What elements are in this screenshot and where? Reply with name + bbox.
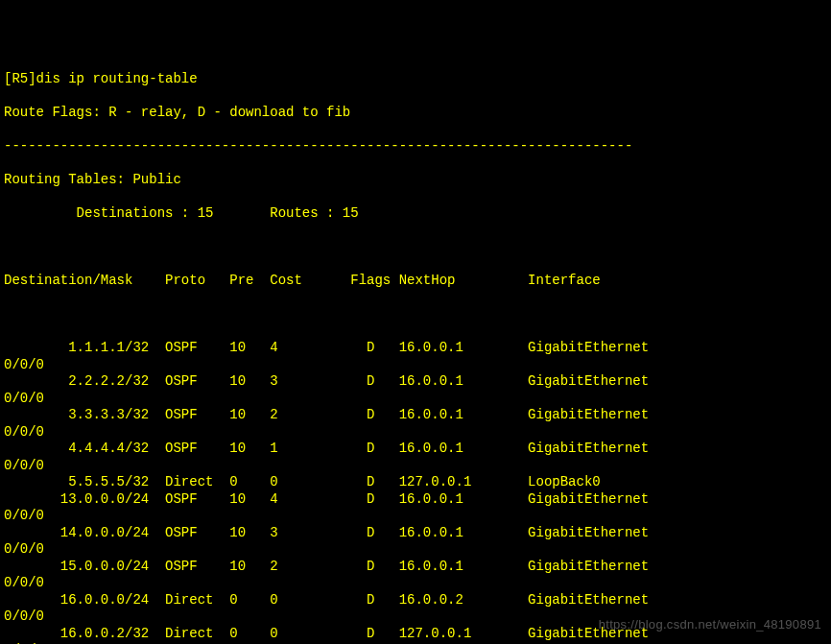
- routes-list: 1.1.1.1/32 OSPF 10 4 D 16.0.0.1 GigabitE…: [4, 340, 827, 644]
- route-row-wrap: 0/0/0: [4, 541, 827, 559]
- route-row: 4.4.4.4/32 OSPF 10 1 D 16.0.0.1 GigabitE…: [4, 441, 827, 458]
- cli-prompt: [R5]dis ip routing-table: [4, 71, 827, 88]
- route-row: 13.0.0.0/24 OSPF 10 4 D 16.0.0.1 Gigabit…: [4, 491, 827, 509]
- blank-line: [4, 239, 827, 256]
- tables-header: Routing Tables: Public: [4, 172, 827, 189]
- route-row: 1.1.1.1/32 OSPF 10 4 D 16.0.0.1 GigabitE…: [4, 340, 827, 357]
- route-row: 3.3.3.3/32 OSPF 10 2 D 16.0.0.1 GigabitE…: [4, 407, 827, 424]
- route-row: 15.0.0.0/24 OSPF 10 2 D 16.0.0.1 Gigabit…: [4, 559, 827, 576]
- route-row-wrap: 0/0/0: [4, 391, 827, 408]
- blank-line: [4, 306, 827, 323]
- route-row-wrap: 0/0/0: [4, 575, 827, 592]
- column-headers: Destination/Mask Proto Pre Cost Flags Ne…: [4, 273, 827, 290]
- route-row-wrap: 0/0/0: [4, 458, 827, 475]
- route-row: 2.2.2.2/32 OSPF 10 3 D 16.0.0.1 GigabitE…: [4, 373, 827, 391]
- route-row-wrap: 0/0/0: [4, 357, 827, 374]
- flags-legend: Route Flags: R - relay, D - download to …: [4, 105, 827, 122]
- separator: ----------------------------------------…: [4, 138, 827, 155]
- route-row: 14.0.0.0/24 OSPF 10 3 D 16.0.0.1 Gigabit…: [4, 525, 827, 542]
- watermark: https://blog.csdn.net/weixin_48190891: [599, 617, 821, 632]
- route-row-wrap: 0/0/0: [4, 508, 827, 525]
- stats-line: Destinations : 15 Routes : 15: [4, 205, 827, 223]
- route-row-wrap: 0/0/0: [4, 424, 827, 441]
- route-row: 16.0.0.0/24 Direct 0 0 D 16.0.0.2 Gigabi…: [4, 592, 827, 609]
- route-row: 5.5.5.5/32 Direct 0 0 D 127.0.0.1 LoopBa…: [4, 474, 827, 491]
